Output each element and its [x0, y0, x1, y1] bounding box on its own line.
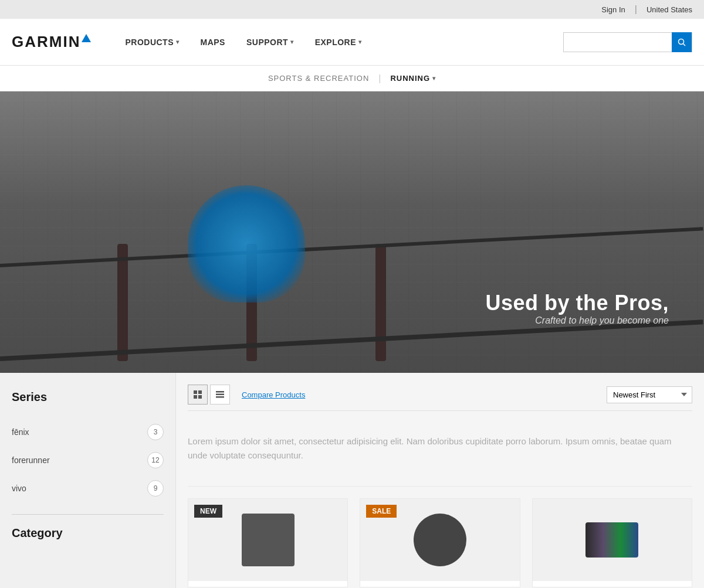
- svg-point-0: [679, 39, 684, 44]
- sub-nav: SPORTS & RECREATION | RUNNING ▾: [0, 66, 704, 91]
- svg-rect-3: [198, 390, 202, 394]
- search-icon: [678, 38, 686, 46]
- description-text: Lorem ipsum dolor sit amet, consectetur …: [188, 423, 692, 487]
- product-img-placeholder: [414, 514, 466, 566]
- product-img-placeholder: [242, 514, 295, 566]
- sidebar-item-fenix[interactable]: fēnix 3: [12, 418, 164, 446]
- grid-icon: [194, 390, 202, 399]
- grid-view-button[interactable]: [188, 385, 208, 405]
- sign-in-link[interactable]: Sign In: [601, 5, 625, 14]
- product-card[interactable]: [532, 498, 692, 587]
- sort-select[interactable]: Newest First Price: Low to High Price: H…: [607, 386, 692, 403]
- sidebar-divider: [12, 514, 164, 515]
- category-title: Category: [12, 526, 164, 540]
- compare-products-button[interactable]: Compare Products: [242, 390, 305, 399]
- product-badge-new: NEW: [194, 505, 222, 518]
- svg-rect-5: [198, 395, 202, 399]
- svg-rect-7: [216, 394, 224, 396]
- search-input[interactable]: [564, 33, 672, 52]
- sidebar-item-vivo[interactable]: vivo 9: [12, 474, 164, 502]
- nav-products[interactable]: PRODUCTS ▾: [114, 19, 189, 66]
- hero-text: Used by the Pros, Crafted to help you be…: [485, 291, 669, 326]
- nav-support[interactable]: SUPPORT ▾: [236, 19, 304, 66]
- products-toolbar: Compare Products Newest First Price: Low…: [188, 385, 692, 411]
- sidebar-item-forerunner[interactable]: forerunner 12: [12, 446, 164, 474]
- svg-rect-2: [194, 390, 197, 394]
- product-image: [533, 499, 692, 581]
- svg-rect-4: [194, 395, 197, 399]
- search-button[interactable]: [672, 32, 692, 52]
- products-area: Compare Products Newest First Price: Low…: [176, 373, 704, 588]
- nav-maps[interactable]: MAPS: [190, 19, 236, 66]
- rail-post: [117, 244, 128, 361]
- chevron-down-icon: ▾: [358, 39, 362, 45]
- svg-rect-8: [216, 396, 224, 398]
- hero-banner: Used by the Pros, Crafted to help you be…: [0, 91, 704, 373]
- view-toggle: [188, 385, 230, 405]
- runner-figure: [188, 185, 305, 303]
- header: GARMIN PRODUCTS ▾ MAPS SUPPORT ▾ EXPLORE…: [0, 19, 704, 66]
- logo-text: GARMIN: [12, 33, 80, 51]
- nav-explore[interactable]: EXPLORE ▾: [304, 19, 373, 66]
- main-nav: PRODUCTS ▾ MAPS SUPPORT ▾ EXPLORE ▾: [114, 19, 563, 66]
- logo-triangle-icon: [82, 34, 91, 42]
- list-view-button[interactable]: [210, 385, 230, 405]
- region-link[interactable]: United States: [647, 5, 692, 14]
- chevron-down-icon: ▾: [176, 39, 180, 45]
- product-badge-sale: SALE: [366, 505, 397, 518]
- svg-rect-6: [216, 391, 224, 393]
- search-bar: [563, 32, 692, 52]
- product-card[interactable]: SALE: [360, 498, 520, 587]
- products-grid: NEW SALE: [188, 498, 692, 587]
- series-title: Series: [12, 390, 164, 404]
- product-img-placeholder: [585, 522, 638, 558]
- rail-post: [375, 244, 386, 361]
- main-content: Series fēnix 3 forerunner 12 vivo 9 Cate…: [0, 373, 704, 588]
- svg-line-1: [683, 43, 686, 46]
- subnav-current[interactable]: RUNNING ▾: [390, 74, 436, 83]
- chevron-down-icon: ▾: [290, 39, 294, 45]
- sidebar: Series fēnix 3 forerunner 12 vivo 9 Cate…: [0, 373, 176, 588]
- list-icon: [216, 390, 224, 399]
- logo[interactable]: GARMIN: [12, 33, 91, 51]
- subnav-parent[interactable]: SPORTS & RECREATION: [268, 74, 369, 83]
- top-bar: Sign In | United States: [0, 0, 704, 19]
- hero-subtitle: Crafted to help you become one: [485, 315, 669, 326]
- chevron-down-icon: ▾: [432, 75, 436, 81]
- product-card[interactable]: NEW: [188, 498, 348, 587]
- hero-title: Used by the Pros,: [485, 291, 669, 315]
